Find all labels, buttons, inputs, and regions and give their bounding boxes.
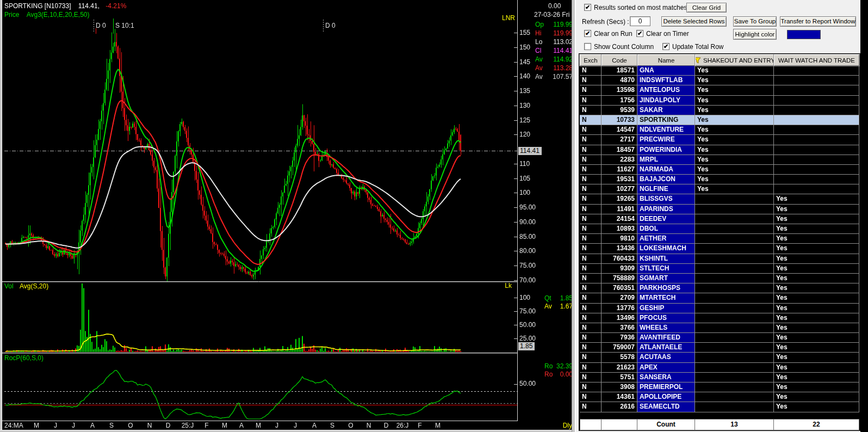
cell-shakeout bbox=[695, 234, 774, 243]
cell-exch: N bbox=[580, 333, 602, 342]
window-frame-bottom bbox=[0, 430, 575, 432]
table-row-blissgvs[interactable]: N19265BLISSGVSYes bbox=[580, 194, 859, 204]
cell-wait: Yes bbox=[774, 274, 859, 283]
cell-wait: Yes bbox=[774, 363, 859, 372]
table-row-dbol[interactable]: N10893DBOLYes bbox=[580, 224, 859, 234]
save-to-group-button[interactable]: Save To Group bbox=[733, 16, 777, 27]
table-row-avantifeed[interactable]: N7936AVANTIFEEDYes bbox=[580, 333, 859, 343]
table-row-sakar[interactable]: N9539SAKARYes bbox=[580, 106, 859, 115]
table-row-premierpol[interactable]: N3908PREMIERPOLYes bbox=[580, 382, 859, 392]
results-sorted-checkbox[interactable]: ✔ bbox=[584, 4, 591, 11]
refresh-seconds-input[interactable] bbox=[630, 16, 650, 26]
column-header-shakeout-and-entry[interactable]: SHAKEOUT AND ENTRY bbox=[695, 54, 774, 66]
cell-code: 19531 bbox=[602, 175, 637, 184]
price-chart-canvas[interactable] bbox=[0, 0, 575, 432]
cell-wait: Yes bbox=[774, 323, 859, 332]
cell-exch: N bbox=[580, 323, 602, 332]
cell-name: BAJAJCON bbox=[637, 175, 695, 184]
cell-exch: N bbox=[580, 66, 602, 75]
cell-exch: N bbox=[580, 254, 602, 263]
cell-name: PREMIERPOL bbox=[637, 382, 695, 392]
results-grid-total-row: Count1322 bbox=[580, 419, 859, 430]
table-row-lokeshmach[interactable]: N13436LOKESHMACHYes bbox=[580, 244, 859, 254]
table-row-narmada[interactable]: N11627NARMADAYes bbox=[580, 165, 859, 175]
cell-exch: N bbox=[580, 382, 602, 392]
cell-wait bbox=[774, 76, 859, 85]
cell-name: SPORTKING bbox=[637, 115, 695, 125]
cell-shakeout: Yes bbox=[695, 115, 774, 125]
table-row-aether[interactable]: N9810AETHERYes bbox=[580, 234, 859, 244]
cell-name: KSHINTL bbox=[637, 254, 695, 263]
cell-exch: N bbox=[580, 214, 602, 224]
show-count-column-checkbox[interactable] bbox=[584, 43, 591, 50]
table-row-sportking[interactable]: N10733SPORTKINGYes bbox=[580, 115, 859, 125]
cell-wait: Yes bbox=[774, 254, 859, 263]
table-row-sgmart[interactable]: N758889SGMARTYes bbox=[580, 274, 859, 283]
cell-wait bbox=[774, 135, 859, 144]
highlight-color-button[interactable]: Highlight color bbox=[733, 29, 777, 40]
table-row-mrpl[interactable]: N2283MRPLYes bbox=[580, 155, 859, 165]
table-row-sansera[interactable]: N5751SANSERAYes bbox=[580, 373, 859, 382]
table-row-apex[interactable]: N21623APEXYes bbox=[580, 363, 859, 373]
scanner-results-panel: ✔ Results sorted on most matches Clear G… bbox=[575, 0, 868, 432]
cell-name: MTARTECH bbox=[637, 293, 695, 303]
table-row-kshintl[interactable]: N760433KSHINTLYes bbox=[580, 254, 859, 264]
cell-wait: Yes bbox=[774, 353, 859, 362]
cell-wait bbox=[774, 115, 859, 125]
clear-grid-button[interactable]: Clear Grid bbox=[686, 3, 727, 13]
table-row-bajajcon[interactable]: N19531BAJAJCONYes bbox=[580, 175, 859, 184]
show-count-column-label: Show Count Column bbox=[594, 43, 654, 51]
cell-shakeout bbox=[695, 264, 774, 273]
table-row-parkhosps[interactable]: N760351PARKHOSPSYes bbox=[580, 283, 859, 293]
column-header-exch[interactable]: Exch bbox=[580, 54, 602, 66]
cell-exch: N bbox=[580, 264, 602, 273]
cell-exch: N bbox=[580, 234, 602, 243]
cell-shakeout bbox=[695, 402, 774, 411]
cell-shakeout: Yes bbox=[695, 165, 774, 174]
table-row-antelopus[interactable]: N13598ANTELOPUSYes bbox=[580, 85, 859, 95]
table-row-stltech[interactable]: N9309STLTECHYes bbox=[580, 264, 859, 274]
table-row-deedev[interactable]: N24154DEEDEVYes bbox=[580, 214, 859, 224]
table-row-powerindia[interactable]: N18457POWERINDIAYes bbox=[580, 145, 859, 155]
table-row-indswftlab[interactable]: N4870INDSWFTLABYes bbox=[580, 76, 859, 85]
cell-code: 9539 bbox=[602, 106, 637, 115]
table-row-jindalpoly[interactable]: N1756JINDALPOLYYes bbox=[580, 96, 859, 106]
cell-code: 758889 bbox=[602, 274, 637, 283]
column-header-name[interactable]: Name bbox=[637, 54, 695, 66]
transfer-to-report-button[interactable]: Transfer to Report Window bbox=[780, 16, 856, 27]
cell-code: 13436 bbox=[602, 244, 637, 253]
column-header-code[interactable]: Code bbox=[602, 54, 637, 66]
table-row-geship[interactable]: N13776GESHIPYes bbox=[580, 304, 859, 313]
column-header-wait-watch-and-trade[interactable]: WAIT WATCH AND TRADE bbox=[774, 54, 859, 66]
cell-shakeout bbox=[695, 254, 774, 263]
highlight-color-swatch[interactable] bbox=[787, 30, 821, 39]
cell-wait bbox=[774, 145, 859, 155]
cell-code: 760433 bbox=[602, 254, 637, 263]
clear-on-timer-checkbox[interactable]: ✔ bbox=[636, 30, 643, 37]
table-row-apollopipe[interactable]: N14361APOLLOPIPEYes bbox=[580, 392, 859, 402]
table-row-mtartech[interactable]: N2709MTARTECHYes bbox=[580, 293, 859, 303]
table-row-precwire[interactable]: N2717PRECWIREYes bbox=[580, 135, 859, 145]
table-row-aparinds[interactable]: N11491APARINDSYes bbox=[580, 205, 859, 214]
cell-code: 3766 bbox=[602, 323, 637, 332]
table-row-ndlventure[interactable]: N14547NDLVENTUREYes bbox=[580, 125, 859, 135]
table-row-pfocus[interactable]: N13496PFOCUSYes bbox=[580, 313, 859, 323]
delete-selected-rows-button[interactable]: Delete Selected Rows bbox=[661, 16, 727, 27]
table-row-atlantaele[interactable]: N759007ATLANTAELEYes bbox=[580, 343, 859, 353]
cell-code: 14547 bbox=[602, 125, 637, 134]
cell-wait bbox=[774, 155, 859, 164]
table-row-acutaas[interactable]: N5578ACUTAASYes bbox=[580, 353, 859, 362]
table-row-gna[interactable]: N18571GNAYes bbox=[580, 66, 859, 76]
cell-shakeout bbox=[695, 323, 774, 332]
total-code bbox=[602, 419, 637, 430]
clear-on-run-checkbox[interactable]: ✔ bbox=[584, 30, 591, 37]
cell-shakeout: Yes bbox=[695, 184, 774, 194]
table-row-wheels[interactable]: N3766WHEELSYes bbox=[580, 323, 859, 333]
table-row-seamecltd[interactable]: N2616SEAMECLTDYes bbox=[580, 402, 859, 412]
cell-shakeout bbox=[695, 313, 774, 323]
cell-exch: N bbox=[580, 402, 602, 411]
cell-code: 2709 bbox=[602, 293, 637, 303]
cell-exch: N bbox=[580, 373, 602, 382]
update-total-row-checkbox[interactable]: ✔ bbox=[662, 43, 669, 50]
table-row-nglfine[interactable]: N10277NGLFINEYes bbox=[580, 184, 859, 194]
